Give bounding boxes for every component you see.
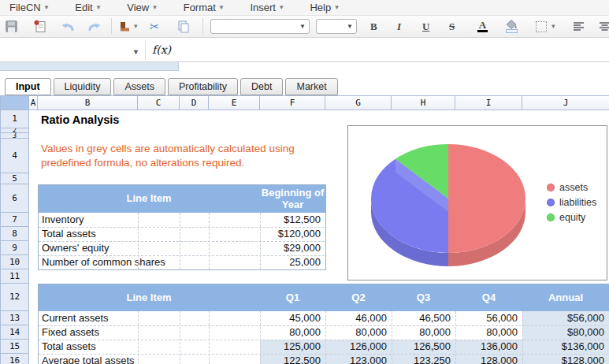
table2-row-label[interactable]: Fixed assets xyxy=(38,325,260,340)
borders-button[interactable] xyxy=(536,16,547,37)
column-header-G[interactable]: G xyxy=(325,95,392,110)
menu-help[interactable]: Help▾ xyxy=(310,2,338,13)
row-header-15[interactable]: 15 xyxy=(0,340,29,354)
tab-assets[interactable]: Assets xyxy=(113,78,165,95)
menu-view[interactable]: View▾ xyxy=(127,2,156,13)
borders-caret-icon[interactable]: ▾ xyxy=(551,16,555,37)
pie-chart[interactable]: assetsliabilitiesequity xyxy=(347,125,607,280)
table2-cell[interactable]: 80,000 xyxy=(325,325,392,340)
table1-row-label[interactable]: Number of common shares xyxy=(38,255,260,269)
table2-cell[interactable]: 46,000 xyxy=(325,311,392,325)
menu-insert[interactable]: Insert▾ xyxy=(250,2,283,13)
table2-row-label[interactable]: Current assets xyxy=(38,311,260,325)
paint-format-icon[interactable] xyxy=(118,16,132,37)
row-header-16[interactable]: 16 xyxy=(0,354,29,364)
cut-icon[interactable]: ✂ xyxy=(150,16,160,37)
tab-profitability[interactable]: Profitability xyxy=(168,78,238,95)
table2-cell[interactable]: $136,000 xyxy=(522,340,609,354)
row-header-1[interactable]: 1 xyxy=(0,110,29,128)
spreadsheet-app: FileCN▾Edit▾View▾Format▾Insert▾Help▾ ▾✂▼… xyxy=(0,0,609,364)
tab-liquidity[interactable]: Liquidity xyxy=(54,78,112,95)
menu-filecn[interactable]: FileCN▾ xyxy=(9,2,48,13)
menu-format[interactable]: Format▾ xyxy=(184,2,224,13)
legend-label-equity: equity xyxy=(559,212,585,223)
column-header-B[interactable]: B xyxy=(38,95,138,110)
undo-icon[interactable] xyxy=(60,16,76,37)
column-header-J[interactable]: J xyxy=(522,95,609,110)
table2-row-label[interactable]: Average total assets xyxy=(38,354,260,364)
column-header-C[interactable]: C xyxy=(138,95,180,110)
table2-cell[interactable]: $128,000 xyxy=(522,354,609,364)
tab-input[interactable]: Input xyxy=(5,78,51,95)
fill-color-button[interactable] xyxy=(505,16,518,37)
table2-cell[interactable]: 45,000 xyxy=(260,311,325,325)
table1-row-label[interactable]: Owners' equity xyxy=(38,241,260,255)
row-header-13[interactable]: 13 xyxy=(0,311,29,325)
table2-cell[interactable]: 80,000 xyxy=(392,325,455,340)
table2-cell[interactable]: 80,000 xyxy=(260,325,325,340)
redo-icon[interactable] xyxy=(87,16,102,37)
column-header-F[interactable]: F xyxy=(260,95,325,110)
table2-cell[interactable]: 80,000 xyxy=(455,325,522,340)
column-header-A[interactable]: A xyxy=(29,95,38,110)
table2-cell[interactable]: 123,250 xyxy=(392,354,455,364)
row-header-14[interactable]: 14 xyxy=(0,325,29,340)
table2-header-col: Q3 xyxy=(392,284,455,311)
formula-input[interactable] xyxy=(177,43,604,58)
row-header-9[interactable]: 9 xyxy=(0,241,29,255)
underline-button[interactable]: U xyxy=(422,16,429,37)
table2-cell[interactable]: 126,000 xyxy=(325,340,392,354)
paint-format-caret-icon[interactable]: ▾ xyxy=(134,16,138,37)
cell-title[interactable]: Ratio Analysis xyxy=(41,110,119,128)
table2-cell[interactable]: 56,000 xyxy=(455,311,522,325)
save-icon[interactable] xyxy=(5,16,18,37)
copy-icon[interactable] xyxy=(176,16,191,37)
table2-cell[interactable]: 46,500 xyxy=(392,311,455,325)
table1-row-label[interactable]: Total assets xyxy=(38,227,260,241)
row-header-6[interactable]: 6 xyxy=(0,184,29,213)
table2-row-label[interactable]: Total assets xyxy=(38,340,260,354)
table1-row-value[interactable]: $29,000 xyxy=(260,241,325,255)
table1-row-value[interactable]: $12,500 xyxy=(260,213,325,227)
align-center-button[interactable] xyxy=(599,16,609,37)
table1-row-value[interactable]: 25,000 xyxy=(260,255,325,269)
row-header-12[interactable]: 12 xyxy=(0,284,29,311)
table2-cell[interactable]: 123,000 xyxy=(325,354,392,364)
column-header-E[interactable]: E xyxy=(209,95,260,110)
row-header-3[interactable]: 3 xyxy=(0,133,29,139)
table2-cell[interactable]: 128,000 xyxy=(455,354,522,364)
align-left-button[interactable] xyxy=(573,16,585,37)
tab-market[interactable]: Market xyxy=(285,78,337,95)
table1-row-value[interactable]: $120,000 xyxy=(260,227,325,241)
row-header-10[interactable]: 10 xyxy=(0,255,29,269)
row-header-5[interactable]: 5 xyxy=(0,173,29,184)
row-header-4[interactable]: 4 xyxy=(0,139,29,173)
table2-cell[interactable]: $80,000 xyxy=(522,325,609,340)
menu-edit[interactable]: Edit▾ xyxy=(75,2,100,13)
text-color-button[interactable]: A xyxy=(477,16,488,37)
table2-cell[interactable]: 122,500 xyxy=(260,354,325,364)
bold-button[interactable]: B xyxy=(370,16,377,37)
italic-button[interactable]: I xyxy=(397,16,401,37)
row-header-11[interactable]: 11 xyxy=(0,269,29,284)
name-box[interactable] xyxy=(5,43,129,58)
row-header-7[interactable]: 7 xyxy=(0,213,29,227)
tab-debt[interactable]: Debt xyxy=(240,78,283,95)
cell-note[interactable]: Values in grey cells are automatically c… xyxy=(41,142,295,170)
table1-row-label[interactable]: Inventory xyxy=(38,213,260,227)
column-header-D[interactable]: D xyxy=(180,95,209,110)
grid-corner-cell[interactable] xyxy=(0,95,29,110)
print-icon[interactable] xyxy=(33,16,47,37)
column-header-I[interactable]: I xyxy=(455,95,522,110)
font-select[interactable]: ▼ xyxy=(210,19,310,34)
table2-cell[interactable]: 126,500 xyxy=(392,340,455,354)
name-box-dropdown-icon[interactable]: ▼ xyxy=(132,48,139,56)
row-header-8[interactable]: 8 xyxy=(0,227,29,241)
font-size-select[interactable]: ▼ xyxy=(316,19,357,34)
strikethrough-button[interactable]: S xyxy=(449,16,455,37)
table2-cell[interactable]: 125,000 xyxy=(260,340,325,354)
table2-cell[interactable]: $56,000 xyxy=(522,311,609,325)
table2-cell[interactable]: 136,000 xyxy=(455,340,522,354)
note-line-1: Values in grey cells are automatically c… xyxy=(41,142,295,156)
column-header-H[interactable]: H xyxy=(392,95,455,110)
